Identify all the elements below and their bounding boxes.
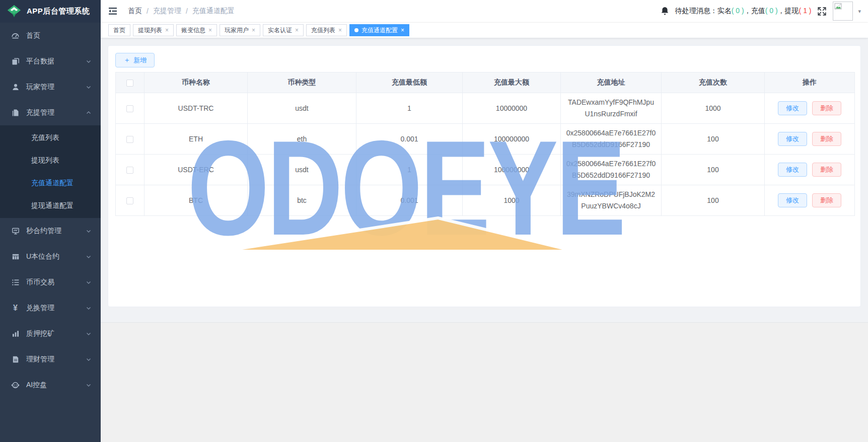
cell-address: 0x25800664aE7e7661E27f0B5D652ddD9166F271… (561, 155, 662, 185)
select-all-checkbox[interactable] (126, 80, 133, 87)
cell-address: 39mXNZRoDPUFjBJoK2M2PuuzYBWCv4o8cJ (561, 185, 662, 216)
pending-separator: ， (744, 7, 751, 15)
delete-button[interactable]: 删除 (812, 193, 841, 207)
tab-close-icon[interactable]: × (401, 27, 404, 33)
sidebar-item-label: 理财管理 (26, 355, 86, 364)
sidebar-item-u-contract[interactable]: U本位合约 (0, 244, 101, 269)
sidebar-item-label: 币币交易 (26, 278, 86, 287)
tab-account-change[interactable]: 账变信息× (176, 24, 217, 36)
cell-min: 1 (356, 155, 463, 185)
cell-coin-type: usdt (248, 155, 356, 185)
tab-close-icon[interactable]: × (165, 27, 169, 33)
caret-down-icon[interactable]: ▾ (858, 8, 861, 15)
sidebar-item-coin-trade[interactable]: 币币交易 (0, 269, 101, 295)
sidebar-item-platform-data[interactable]: 平台数据 (0, 48, 101, 74)
submenu-item-withdraw-channel-config[interactable]: 提现通道配置 (0, 194, 101, 217)
avatar[interactable] (833, 2, 853, 21)
sidebar-item-exchange[interactable]: ¥ 兑换管理 (0, 295, 101, 321)
cell-coin-type: btc (248, 185, 356, 216)
tab-close-icon[interactable]: × (295, 27, 299, 33)
tab-withdraw-list[interactable]: 提现列表× (133, 24, 174, 36)
tab-label: 首页 (113, 26, 125, 35)
submenu-item-recharge-list[interactable]: 充值列表 (0, 126, 101, 149)
edit-button[interactable]: 修改 (778, 163, 807, 177)
grid-table-icon (11, 252, 20, 261)
tab-recharge-channel-config[interactable]: 充值通道配置× (349, 24, 409, 36)
breadcrumb-separator: / (186, 7, 188, 15)
edit-button[interactable]: 修改 (778, 101, 807, 115)
address-line: 0x25800664aE7e7661E27f0 (566, 129, 656, 137)
tab-label: 玩家用户 (225, 26, 249, 35)
delete-button[interactable]: 删除 (812, 163, 841, 177)
cell-min: 0.001 (356, 124, 463, 155)
delete-button[interactable]: 删除 (812, 101, 841, 115)
table-row: USDT-TRC usdt 1 10000000 TADEwxamYyfF9QF… (116, 93, 855, 124)
sidebar-item-home[interactable]: 首页 (0, 23, 101, 48)
edit-button[interactable]: 修改 (778, 132, 807, 146)
list-icon (11, 278, 20, 286)
sidebar-item-players[interactable]: 玩家管理 (0, 74, 101, 100)
sidebar-item-wealth[interactable]: 理财管理 (0, 346, 101, 372)
sidebar-item-staking[interactable]: 质押挖矿 (0, 321, 101, 346)
sidebar-item-label: 玩家管理 (26, 83, 86, 92)
tab-close-icon[interactable]: × (208, 27, 212, 33)
sidebar-item-label: 兑换管理 (26, 304, 86, 313)
col-recharge-count: 充值次数 (662, 72, 765, 93)
chevron-up-icon (86, 110, 92, 116)
table-row: ETH eth 0.001 100000000 0x25800664aE7e76… (116, 124, 855, 155)
edit-button[interactable]: 修改 (778, 193, 807, 207)
chevron-down-icon (86, 228, 92, 234)
row-checkbox[interactable] (126, 105, 133, 112)
tab-player-users[interactable]: 玩家用户× (220, 24, 260, 36)
cell-coin-name: ETH (144, 124, 248, 155)
breadcrumb-item-recharge-channel-config[interactable]: 充值通道配置 (192, 7, 235, 16)
tab-label: 充值通道配置 (361, 26, 398, 35)
tag-views-bar: 首页 提现列表× 账变信息× 玩家用户× 实名认证× 充值列表× 充值通道配置× (101, 23, 868, 38)
tab-realname-auth[interactable]: 实名认证× (263, 24, 304, 36)
add-button[interactable]: ＋ 新增 (115, 53, 155, 67)
fullscreen-icon[interactable] (817, 7, 827, 16)
row-checkbox[interactable] (126, 197, 133, 204)
tab-home[interactable]: 首页 (108, 24, 130, 36)
chevron-down-icon (86, 382, 92, 388)
sidebar-item-seconds-contract[interactable]: 秒合约管理 (0, 218, 101, 244)
sidebar-item-label: 首页 (26, 31, 92, 40)
submenu-item-withdraw-list[interactable]: 提现列表 (0, 149, 101, 172)
row-checkbox[interactable] (126, 167, 133, 174)
channels-table: 币种名称 币种类型 充值最低额 充值最大额 充值地址 充值次数 操作 USDT (115, 72, 855, 216)
topbar-right: 待处理消息：实名( 0 )，充值( 0 )，提现( 1 ) ▾ (661, 2, 861, 21)
breadcrumb-item-home[interactable]: 首页 (128, 7, 142, 16)
menu-fold-icon[interactable] (108, 7, 118, 16)
tab-recharge-list[interactable]: 充值列表× (306, 24, 347, 36)
platform-data-icon (11, 57, 20, 65)
sidebar-item-label: 充提管理 (26, 108, 86, 117)
user-icon (11, 83, 20, 91)
plus-icon: ＋ (123, 56, 130, 65)
cell-min: 0.001 (356, 185, 463, 216)
cell-max: 10000000 (463, 93, 561, 124)
delete-button[interactable]: 删除 (812, 132, 841, 146)
address-line: B5D652ddD9166F27190 (572, 171, 650, 179)
address-line: 39mXNZRoDPUFjBJoK2M2 (567, 190, 655, 198)
robot-icon (11, 381, 20, 389)
bar-chart-icon (11, 329, 20, 338)
sidebar-item-recharge-withdraw[interactable]: 充提管理 (0, 100, 101, 125)
col-min-recharge: 充值最低额 (356, 72, 463, 93)
cell-count: 100 (662, 185, 765, 216)
pending-label: 待处理消息： (675, 7, 717, 15)
breadcrumb-item-recharge-withdraw[interactable]: 充提管理 (153, 7, 181, 16)
tab-close-icon[interactable]: × (338, 27, 342, 33)
logo-bar: APP后台管理系统 (0, 0, 101, 23)
bell-icon[interactable] (661, 7, 669, 16)
cell-max: 1000 (463, 185, 561, 216)
cell-address: 0x25800664aE7e7661E27f0B5D652ddD9166F271… (561, 124, 662, 155)
col-coin-type: 币种类型 (248, 72, 356, 93)
row-checkbox[interactable] (126, 136, 133, 143)
tab-close-icon[interactable]: × (252, 27, 255, 33)
sidebar-item-label: 平台数据 (26, 57, 86, 66)
submenu-item-recharge-channel-config[interactable]: 充值通道配置 (0, 172, 101, 194)
app-logo-icon (7, 4, 22, 19)
sidebar-item-ai-control[interactable]: AI控盘 (0, 372, 101, 398)
cell-max: 100000000 (463, 124, 561, 155)
bottom-strip (101, 322, 868, 442)
